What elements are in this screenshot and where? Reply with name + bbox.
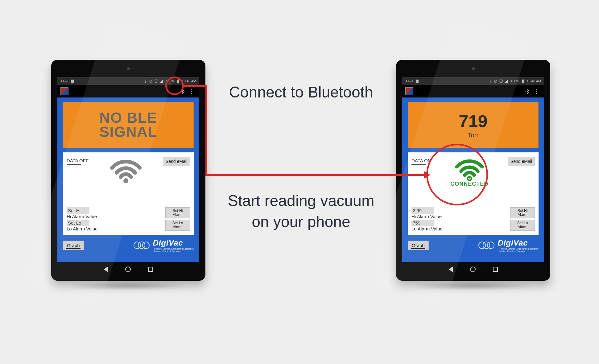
battery-label: 100%	[166, 79, 174, 83]
overflow-menu-button[interactable]	[532, 87, 541, 96]
display-line2: SIGNAL	[99, 125, 157, 139]
hi-alarm-input[interactable]: 2.99	[411, 207, 434, 214]
lo-alarm-input[interactable]: Set Lo	[67, 220, 89, 226]
signal-icon	[160, 79, 164, 83]
app-logo-icon	[405, 87, 413, 95]
brand-name: DigiVac	[498, 238, 539, 248]
tablet-after: AT&T 100% 10:40 AM	[396, 60, 550, 281]
svg-rect-13	[522, 80, 524, 83]
lo-alarm-caption: Lo Alarm Value	[67, 226, 161, 231]
set-hi-alarm-button[interactable]: Set Hi Alarm	[165, 207, 190, 218]
carrier-label: AT&T	[60, 79, 69, 83]
caption-connect: Connect to Bluetooth	[219, 82, 383, 103]
app-body: NO BLE SIGNAL DATA OFF	[57, 97, 199, 262]
hi-alarm-input[interactable]: Set Hi	[67, 207, 89, 214]
set-hi-alarm-button[interactable]: Set Hi Alarm	[510, 207, 535, 218]
rings-icon	[134, 241, 150, 250]
alarm-status-icon	[149, 79, 153, 83]
app-titlebar	[402, 85, 544, 97]
reading-display: 719 Torr	[408, 102, 539, 148]
svg-rect-5	[178, 80, 179, 80]
control-panel: DATA ON CONNECTED Sen	[408, 152, 539, 235]
tablet-camera	[127, 67, 130, 70]
svg-point-8	[123, 178, 128, 183]
brand-tagline1: Home of Vacuum Engineering Excellence	[154, 248, 194, 250]
bluetooth-connect-button[interactable]	[523, 87, 532, 96]
android-statusbar: AT&T 100% 10:40 AM	[402, 77, 544, 85]
wifi-connected-icon	[452, 157, 486, 183]
send-email-button[interactable]: Send eMail	[163, 157, 190, 166]
data-toggle[interactable]: DATA OFF	[67, 157, 89, 167]
nav-back-button[interactable]	[104, 267, 108, 272]
connected-label: CONNECTED	[450, 181, 488, 187]
overflow-menu-button[interactable]	[187, 87, 196, 96]
brand-logo: DigiVac Home of Vacuum Engineering Excel…	[478, 238, 539, 252]
connection-status	[89, 157, 163, 185]
display-line1: NO BLE	[99, 111, 157, 125]
battery-icon	[176, 79, 180, 83]
svg-point-15	[525, 91, 526, 92]
set-lo-alarm-button[interactable]: Set Lo Alarm	[165, 220, 190, 231]
brand-name: DigiVac	[153, 238, 194, 248]
svg-rect-14	[523, 80, 523, 80]
svg-rect-4	[177, 80, 179, 83]
battery-icon	[521, 79, 525, 83]
callout-arrow	[205, 87, 207, 176]
lo-alarm-caption: Lo Alarm Value	[411, 226, 506, 231]
reading-display: NO BLE SIGNAL	[63, 102, 194, 148]
android-statusbar: AT&T 100% 10:40 AM	[57, 77, 199, 85]
connection-status: CONNECTED	[431, 157, 508, 187]
app-body: 719 Torr DATA ON	[402, 97, 544, 262]
bluetooth-status-icon	[143, 79, 147, 83]
svg-point-16	[529, 91, 529, 92]
set-lo-alarm-button[interactable]: Set Lo Alarm	[510, 220, 535, 231]
data-toggle-label: DATA ON	[411, 158, 431, 163]
wifi-icon	[109, 157, 143, 185]
clock-label: 10:40 AM	[527, 79, 541, 83]
graph-button[interactable]: Graph	[63, 241, 84, 250]
android-navbar	[402, 263, 544, 275]
alarm-status-icon	[494, 79, 498, 83]
hi-alarm-caption: Hi Alarm Value	[67, 214, 161, 219]
app-footer: Graph DigiVac Home of Vacuum Engineering…	[408, 238, 539, 252]
nav-home-button[interactable]	[470, 267, 476, 272]
caption-start: Start reading vacuum on your phone	[219, 191, 383, 232]
app-logo-icon	[60, 87, 68, 95]
carrier-label: AT&T	[405, 79, 414, 83]
sim-icon	[71, 79, 74, 83]
battery-label: 100%	[510, 79, 519, 83]
brand-tagline2: Precise. Practical. Personal.	[499, 250, 539, 253]
more-vert-icon	[191, 89, 192, 94]
more-vert-icon	[536, 89, 537, 94]
dnd-status-icon	[499, 79, 503, 83]
sim-icon	[415, 79, 419, 83]
svg-point-6	[180, 91, 181, 92]
lo-alarm-input[interactable]: 759.	[411, 220, 434, 226]
app-footer: Graph DigiVac Home of Vacuum Engineering…	[63, 238, 194, 252]
tablet-camera	[472, 67, 475, 70]
nav-recent-button[interactable]	[493, 267, 498, 272]
brand-logo: DigiVac Home of Vacuum Engineering Excel…	[134, 238, 194, 252]
tablet-before: AT&T 100% 10:40 AM	[51, 60, 205, 281]
clock-label: 10:40 AM	[182, 79, 196, 83]
send-email-button[interactable]: Send eMail	[508, 157, 535, 166]
data-toggle-label: DATA OFF	[67, 158, 89, 163]
data-toggle[interactable]: DATA ON	[411, 157, 431, 167]
android-navbar	[57, 263, 199, 275]
callout-arrow	[205, 174, 426, 176]
hi-alarm-caption: Hi Alarm Value	[411, 214, 506, 219]
brand-tagline2: Precise. Practical. Personal.	[154, 250, 194, 253]
graph-button[interactable]: Graph	[408, 241, 429, 250]
rings-icon	[478, 241, 495, 250]
signal-icon	[505, 79, 509, 83]
bluetooth-status-icon	[488, 79, 492, 83]
svg-rect-0	[71, 80, 74, 83]
control-panel: DATA OFF Send eMail	[63, 152, 194, 235]
svg-point-17	[467, 176, 472, 181]
bluetooth-connect-button[interactable]	[178, 87, 187, 96]
app-titlebar	[57, 85, 199, 97]
brand-tagline1: Home of Vacuum Engineering Excellence	[499, 248, 539, 250]
nav-home-button[interactable]	[125, 267, 131, 272]
nav-recent-button[interactable]	[148, 267, 153, 272]
nav-back-button[interactable]	[448, 267, 453, 272]
